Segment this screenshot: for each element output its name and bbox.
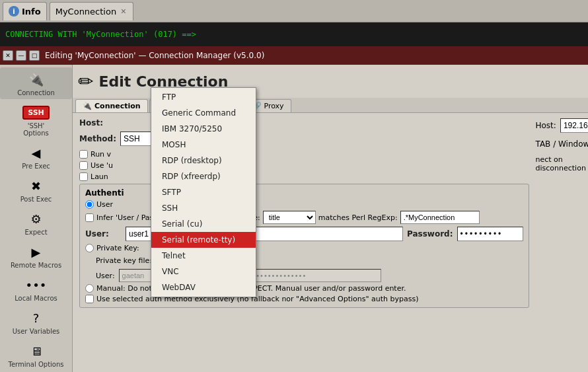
sidebar-label-pre-exec: Pre Exec — [22, 163, 50, 170]
dropdown-item-serial-cu[interactable]: Serial (cu) — [151, 216, 256, 232]
remote-macros-icon: ▶ — [27, 242, 46, 261]
dropdown-item-serial-remote-tty[interactable]: Serial (remote-tty) — [151, 232, 256, 248]
pk-user-label: User: — [96, 272, 115, 280]
password-input[interactable] — [457, 227, 523, 241]
matches-input[interactable] — [400, 211, 480, 224]
launch-checkbox[interactable] — [79, 172, 88, 181]
proxy-tab-label: Proxy — [264, 102, 284, 110]
connection-tab-icon: 🔌 — [83, 102, 92, 110]
dropdown-item-webdav[interactable]: WebDAV — [151, 279, 256, 295]
tab-window-label: TAB / Window Title: — [536, 139, 589, 149]
reconnect-line: nect on disconnection Wait millisecs for… — [536, 155, 589, 172]
right-col: Host: TAB / Window Title: nect on discon… — [529, 118, 589, 308]
terminal-area: CONNECTING WITH 'MyConnection' (017) ==> — [0, 22, 588, 46]
terminal-options-icon: 🖥 — [27, 342, 46, 360]
dropdown-item-vnc[interactable]: VNC — [151, 264, 256, 279]
dropdown-item-ssh[interactable]: SSH — [151, 200, 256, 216]
window-close-btn[interactable]: ✕ — [3, 50, 13, 61]
method-dropdown: FTP Generic Command IBM 3270/5250 MOSH R… — [151, 87, 256, 297]
radio-user-label: User — [96, 200, 113, 209]
sidebar-label-terminal-options: Terminal Options — [8, 361, 63, 368]
dropdown-item-telnet[interactable]: Telnet — [151, 248, 256, 264]
window-titlebar: ✕ — □ Editing 'MyConnection' — Connectio… — [0, 46, 588, 65]
method-label: Method: — [79, 134, 116, 143]
infer-checkbox[interactable] — [85, 213, 94, 222]
sidebar-item-terminal-options[interactable]: 🖥 Terminal Options — [0, 339, 72, 371]
infer-select[interactable]: title — [263, 211, 316, 224]
dropdown-item-ibm[interactable]: IBM 3270/5250 — [151, 121, 256, 137]
launch-label: Laun — [91, 172, 108, 181]
launch-row: Laun — [79, 172, 529, 181]
connection-tab-label: Connection — [94, 102, 141, 110]
run-v-label: Run v — [91, 150, 111, 159]
tab-bar: i Info MyConnection ✕ — [0, 0, 588, 22]
edit-pencil-icon: ✏️ — [78, 71, 93, 93]
tab-info[interactable]: i Info — [3, 2, 47, 20]
host-input[interactable] — [560, 118, 588, 133]
user-label: User: — [85, 229, 122, 239]
sidebar: 🔌 Connection SSH 'SSH'Options ◀ Pre Exec… — [0, 65, 73, 372]
ssh-icon: SSH — [27, 103, 46, 122]
sidebar-item-connection[interactable]: 🔌 Connection — [0, 67, 72, 99]
post-exec-icon: ✖ — [27, 176, 46, 195]
sidebar-label-remote-macros: Remote Macros — [11, 262, 61, 269]
tab-connection[interactable]: MyConnection ✕ — [50, 2, 134, 20]
method-row: Method: — [79, 131, 529, 146]
user-variables-icon: ? — [27, 309, 46, 327]
tab-info-label: Info — [22, 7, 41, 17]
pk-passphrase-input[interactable] — [249, 269, 381, 282]
use-label-row: Use 'u — [79, 161, 529, 170]
left-col: Host: Method: Run v Use 'u — [79, 118, 529, 308]
info-icon: i — [9, 6, 19, 17]
sidebar-item-remote-macros[interactable]: ▶ Remote Macros — [0, 240, 72, 272]
dropdown-item-rdp-xfreerdp[interactable]: RDP (xfreerdp) — [151, 168, 256, 184]
dropdown-item-rdp-rdesktop[interactable]: RDP (rdesktop) — [151, 153, 256, 168]
sidebar-label-connection: Connection — [17, 89, 55, 96]
tab-window-line: TAB / Window Title: — [536, 137, 589, 151]
host-right-label: Host: — [536, 121, 556, 130]
dropdown-item-mosh[interactable]: MOSH — [151, 137, 256, 153]
reconnect-label: nect on disconnection — [536, 155, 589, 172]
sidebar-item-pre-exec[interactable]: ◀ Pre Exec — [0, 141, 72, 172]
radio-private-key[interactable] — [85, 244, 94, 252]
sidebar-item-user-variables[interactable]: ? User Variables — [0, 306, 72, 338]
local-macros-icon: ••• — [27, 276, 46, 294]
password-label: Password: — [407, 229, 453, 239]
connection-icon: 🔌 — [27, 70, 46, 89]
tab-connection-tab[interactable]: 🔌 Connection — [75, 99, 148, 112]
conn-content: Host: Method: Run v Use 'u — [73, 113, 588, 372]
run-v-checkbox[interactable] — [79, 150, 88, 159]
right-panel: ✏️ Edit Connection 🔌 Connection Advanced… — [73, 65, 588, 372]
dropdown-item-generic-command[interactable]: Generic Command — [151, 105, 256, 121]
connection-tabs-row: 🔌 Connection Advanced Parameters 🔗 Proxy — [73, 98, 588, 113]
window-min-btn[interactable]: — — [16, 50, 26, 61]
terminal-text: CONNECTING WITH 'MyConnection' (017) ==> — [5, 30, 196, 39]
sidebar-item-expect[interactable]: ⚙ Expect — [0, 207, 72, 239]
sidebar-item-post-exec[interactable]: ✖ Post Exec — [0, 174, 72, 205]
pre-exec-icon: ◀ — [27, 143, 46, 162]
radio-manual[interactable] — [85, 284, 94, 293]
expect-icon: ⚙ — [27, 209, 46, 228]
sidebar-label-ssh: 'SSH'Options — [23, 122, 49, 137]
dropdown-item-sftp[interactable]: SFTP — [151, 184, 256, 200]
host-line: Host: — [536, 118, 589, 133]
sidebar-item-ssh-options[interactable]: SSH 'SSH'Options — [0, 100, 72, 139]
use-label: Use 'u — [91, 161, 113, 170]
sidebar-label-local-macros: Local Macros — [15, 295, 57, 302]
host-label: Host: — [79, 118, 116, 128]
window-title: Editing 'MyConnection' — Connection Mana… — [45, 51, 264, 60]
pk-file-label: Private key file: — [96, 256, 152, 265]
private-key-label: Private Key: — [96, 244, 139, 252]
host-row: Host: — [79, 118, 529, 128]
ssh-badge: SSH — [22, 106, 50, 120]
use-checkbox[interactable] — [79, 161, 88, 170]
sidebar-item-local-macros[interactable]: ••• Local Macros — [0, 273, 72, 305]
use-selected-checkbox[interactable] — [85, 295, 94, 303]
dropdown-item-ftp[interactable]: FTP — [151, 89, 256, 105]
matches-label: matches Perl RegExp: — [318, 213, 398, 222]
radio-user[interactable] — [85, 200, 94, 209]
tab-connection-label: MyConnection — [55, 7, 116, 17]
window-max-btn[interactable]: □ — [29, 50, 40, 61]
tab-connection-close[interactable]: ✕ — [119, 7, 128, 16]
run-v-row: Run v — [79, 150, 529, 159]
